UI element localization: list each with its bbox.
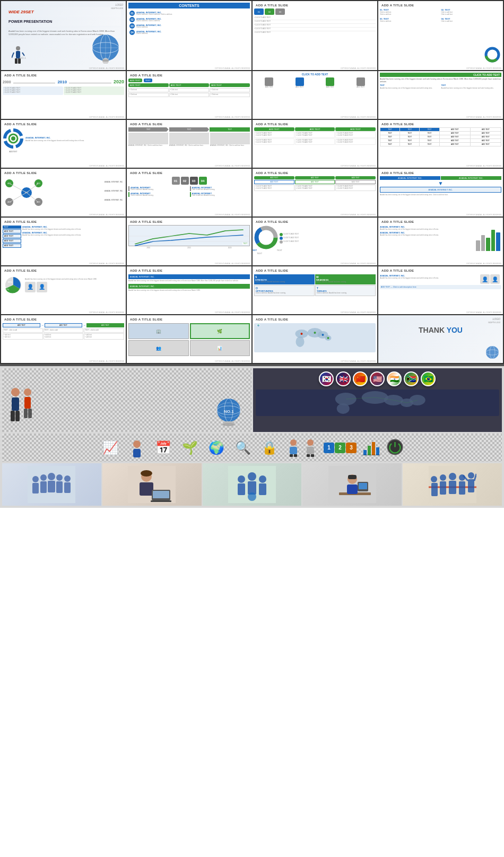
copyright-20: COPYRIGHT ASADAL. ALL RIGHTS RESERVED.: [466, 263, 502, 265]
slide-org-chart[interactable]: ADD A TITLE SLIDE ASADAL INTERNET INC. A…: [378, 169, 503, 217]
svg-rect-121: [431, 483, 438, 496]
contents-item-1: 01 ASADAL INTERNET, INC.Click to add tex…: [129, 11, 249, 16]
numbered-steps-content: 01 02 03 04 ASADAL INTERNETClick to add …: [128, 177, 250, 197]
slide-label-4: ADD A TITLE SLIDE: [380, 3, 501, 7]
copyright-10: COPYRIGHT ASADAL. ALL RIGHTS RESERVED.: [215, 165, 250, 167]
slide-timeline[interactable]: ADD A TITLE SLIDE 2000 2010 2020 • CLICK…: [1, 71, 126, 119]
power-title: POWER PRESENTATION: [6, 17, 121, 26]
slide-label-14: ADD A TITLE SLIDE: [128, 170, 250, 175]
slide-8-desc: Asadal has been running one of the bigge…: [380, 78, 501, 83]
thankyou-logo: LOGOINDEPTH LOGO: [487, 316, 501, 325]
text-columns-4b: 03. TEXT Click to add text 04. TEXT Clic…: [380, 18, 501, 23]
photo-woman-laptop: [102, 463, 202, 506]
bonus-icons-row: 📈 📅 🌱 🌍 🔍 🔒: [2, 434, 502, 462]
svg-line-18: [10, 184, 27, 193]
slide-badges[interactable]: ADD A TITLE SLIDE 01 02 03 • CLICK TO AD…: [253, 1, 377, 70]
pie-content: TEXT TEXT TEXT CLICK TO ADD TEXT CLICK T…: [254, 226, 376, 250]
svg-point-109: [259, 475, 266, 483]
slide-world-map[interactable]: ADD A TITLE SLIDE 🌍 COP: [253, 315, 377, 363]
svg-rect-96: [64, 482, 71, 493]
photo-team-celebration: [403, 463, 502, 506]
svg-line-12: [22, 53, 24, 56]
svg-rect-77: [307, 447, 314, 454]
slide-company-rows[interactable]: ADD A TITLE SLIDE ASADAL INTERNET, INC. …: [127, 266, 251, 314]
timeline-content: 2000 2010 2020 • CLICK TO ADD TEXT • CLI…: [3, 79, 124, 95]
slide-label-17: ADD A TITLE SLIDE: [3, 219, 124, 224]
slide-text-boxes[interactable]: CLICK TO ADD TEXT ADD TEXT ADD TEXT ADD …: [253, 71, 377, 119]
icon-chart: 📈: [100, 440, 121, 455]
slide-pie-people[interactable]: ADD A TITLE SLIDE 20% 57% Asadal has bee…: [1, 266, 126, 314]
svg-rect-79: [311, 454, 314, 457]
svg-point-107: [248, 472, 256, 481]
slide-text-list[interactable]: ADD A TITLE SLIDE TEXT ADD TEXT ADD TEXT…: [1, 218, 126, 265]
svg-point-105: [238, 475, 245, 483]
click-to-add-7: CLICK TO ADD TEXT: [254, 73, 376, 76]
copyright-4: COPYRIGHT ASADAL. ALL RIGHTS RESERVED.: [466, 67, 502, 70]
slide-main-title[interactable]: LOGOINDEPTH LOGO WIDE 29SET POWER PRESEN…: [1, 1, 126, 70]
slide-circle-gear[interactable]: ADD A TITLE SLIDE ADD TEXT ASADAL INTERN…: [1, 120, 126, 168]
svg-rect-110: [259, 483, 266, 495]
copyright-26: COPYRIGHT ASADAL. ALL RIGHTS RESERVED.: [215, 360, 250, 362]
slide-green-header[interactable]: CLICK TO ADD TEXT Asadal has been runnin…: [378, 71, 503, 119]
slide-people-addtext[interactable]: ADD A TITLE SLIDE ASADAL INTERNET, INC. …: [378, 266, 503, 314]
slide-swot[interactable]: ADD A TITLE SLIDE S STRENGTH Click to ad…: [253, 266, 377, 314]
copyright-27: COPYRIGHT ASADAL. ALL RIGHTS RESERVED.: [341, 360, 376, 362]
people-addtext-content: ASADAL INTERNET, INC. Asadal has been ru…: [380, 274, 501, 284]
copyright-7: COPYRIGHT ASADAL. ALL RIGHTS RESERVED.: [341, 116, 376, 118]
slide-label-24: ADD A TITLE SLIDE: [380, 268, 501, 273]
slide-pie-chart[interactable]: ADD A TITLE SLIDE TEXT TEXT TEXT CLICK T…: [253, 218, 377, 265]
svg-rect-71: [133, 449, 141, 457]
svg-line-20: [10, 193, 27, 202]
slide-line-chart[interactable]: ADD A TITLE SLIDE TEXT 2010 2015 2020: [127, 218, 251, 265]
bonus-assets-section: NO.1 🇰🇷 🇬🇧 🇨🇳 🇺🇸 🇮🇳 🇿🇦 🇧🇷: [0, 366, 504, 508]
slide-label-26: ADD A TITLE SLIDE: [128, 317, 250, 322]
thankyou-text: THANK YOU: [381, 318, 500, 334]
svg-text:20%: 20%: [8, 281, 12, 283]
slide-bar-chart[interactable]: ADD A TITLE SLIDE ASADAL INTERNET, INC. …: [378, 218, 503, 265]
svg-point-120: [431, 476, 437, 482]
svg-rect-51: [24, 409, 28, 418]
globe-image: [90, 32, 121, 65]
svg-rect-52: [28, 409, 32, 418]
copyright-24: COPYRIGHT ASADAL. ALL RIGHTS RESERVED.: [466, 311, 502, 314]
slide-label-23: ADD A TITLE SLIDE: [254, 268, 376, 273]
slide-label-15: ADD A TITLE SLIDE: [254, 170, 376, 175]
copyright-12: COPYRIGHT ASADAL. ALL RIGHTS RESERVED.: [466, 165, 502, 167]
grid-boxes-content: ADD TEXT ADD TEXT ADD TEXT ADD TEXT ADD …: [254, 176, 376, 191]
svg-rect-88: [32, 483, 39, 494]
slide-full-table[interactable]: ADD A TITLE SLIDE TEXT TEXT TEXT ADD TEX…: [378, 120, 503, 168]
svg-point-70: [133, 440, 141, 448]
pie-people-content: 20% 57% Asadal has been running one of t…: [3, 274, 124, 297]
contents-item-4: 04 ASADAL INTERNET, INC.Click to add tex…: [129, 30, 249, 35]
slide-numbered-steps[interactable]: ADD A TITLE SLIDE 01 02 03 04 ASADAL INT…: [127, 169, 251, 217]
slide-photo-collage[interactable]: ADD A TITLE SLIDE 🏢 🌿 👥 📊 COPYRIGHT ASAD…: [127, 315, 251, 363]
slide-button-flow[interactable]: ADD A TITLE SLIDE ADD TEXT TEXT ADD TEXT…: [127, 71, 251, 119]
contents-item-3: 03 ASADAL INTERNET, INC.Click to add tex…: [129, 23, 249, 29]
slide-grid-boxes[interactable]: ADD A TITLE SLIDE ADD TEXT ADD TEXT ADD …: [253, 169, 377, 217]
slide-label-6: ADD A TITLE SLIDE: [128, 73, 250, 77]
slide-label-3: ADD A TITLE SLIDE: [254, 3, 376, 7]
slide-text-grid[interactable]: ADD A TITLE SLIDE 01. TEXT Click to add …: [378, 1, 503, 70]
slide-arrow-flow[interactable]: ADD A TITLE SLIDE ADD TEXT → ADD TEXT → …: [1, 315, 126, 363]
svg-rect-81: [368, 446, 371, 455]
bonus-flags-map: 🇰🇷 🇬🇧 🇨🇳 🇺🇸 🇮🇳 🇿🇦 🇧🇷: [253, 368, 502, 432]
copyright-8: COPYRIGHT ASADAL. ALL RIGHTS RESERVED.: [466, 116, 502, 118]
donut-chart-4: [484, 47, 500, 64]
svg-point-95: [64, 475, 71, 482]
badge-list: • CLICK TO ADD TEXT • CLICK TO ADD TEXT …: [254, 16, 376, 34]
svg-rect-50: [24, 397, 31, 409]
logo-text: LOGOINDEPTH LOGO: [110, 2, 124, 11]
slide-bubbles[interactable]: ADD A TITLE SLIDE TEXT ADD ADD ADD ADD A…: [1, 169, 126, 217]
svg-rect-75: [294, 454, 297, 457]
arrow-timeline-content: TEXT TEXT TEXT ASADAL INTERNET, INC. Cli…: [128, 127, 250, 147]
slide-add-text-table[interactable]: ADD A TITLE SLIDE ADD TEXT ADD TEXT ADD …: [253, 120, 377, 168]
slide-thankyou[interactable]: LOGOINDEPTH LOGO THANK YOU: [378, 315, 503, 363]
photo-team-1: [2, 463, 101, 506]
click-add-green: CLICK TO ADD TEXT: [380, 73, 501, 77]
add-text-box-24: ADD TEXT — Click to add description here: [380, 285, 501, 289]
slide-8-cols: TEXT Asadal has been running one of the …: [380, 84, 501, 89]
slide-arrow-timeline[interactable]: ADD A TITLE SLIDE TEXT TEXT TEXT ASADAL …: [127, 120, 251, 168]
slide-contents[interactable]: CONTENTS 01 ASADAL INTERNET, INC.Click t…: [127, 1, 251, 70]
slide-label-19: ADD A TITLE SLIDE: [254, 219, 376, 224]
icon-search: 🔍: [232, 440, 254, 455]
